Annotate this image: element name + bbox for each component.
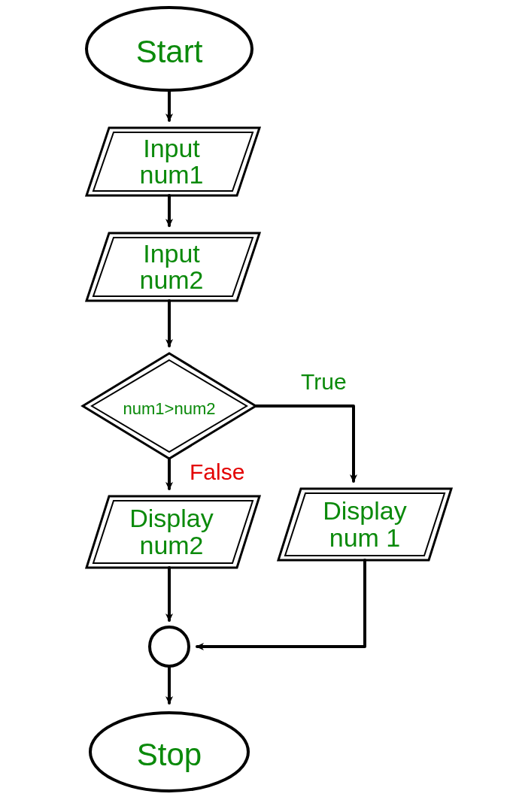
decision-true-label: True xyxy=(301,369,347,394)
start-terminator: Start xyxy=(87,8,252,90)
input-num2: Input num2 xyxy=(87,233,260,301)
display-num1-label2: num 1 xyxy=(329,523,401,552)
decision-num1-gt-num2: num1>num2 xyxy=(83,353,256,459)
decision-false-label: False xyxy=(190,459,244,484)
decision-label: num1>num2 xyxy=(123,399,216,418)
display-num1: Display num 1 xyxy=(278,489,451,560)
input-num2-label2: num2 xyxy=(139,265,203,294)
input-num1-label2: num1 xyxy=(139,160,203,189)
input-num2-label1: Input xyxy=(143,239,200,268)
display-num1-label1: Display xyxy=(323,496,406,525)
display-num2-label2: num2 xyxy=(139,531,203,559)
input-num1: Input num1 xyxy=(87,128,260,195)
stop-label: Stop xyxy=(137,737,202,772)
display-num2-label1: Display xyxy=(129,504,213,532)
input-num1-label1: Input xyxy=(143,134,200,162)
display-num2: Display num2 xyxy=(87,496,260,568)
start-label: Start xyxy=(136,34,203,69)
arrow-decision-true xyxy=(256,406,354,481)
arrow-dispnum1-to-connector xyxy=(197,560,365,647)
connector-circle xyxy=(150,627,189,666)
stop-terminator: Stop xyxy=(90,713,248,791)
